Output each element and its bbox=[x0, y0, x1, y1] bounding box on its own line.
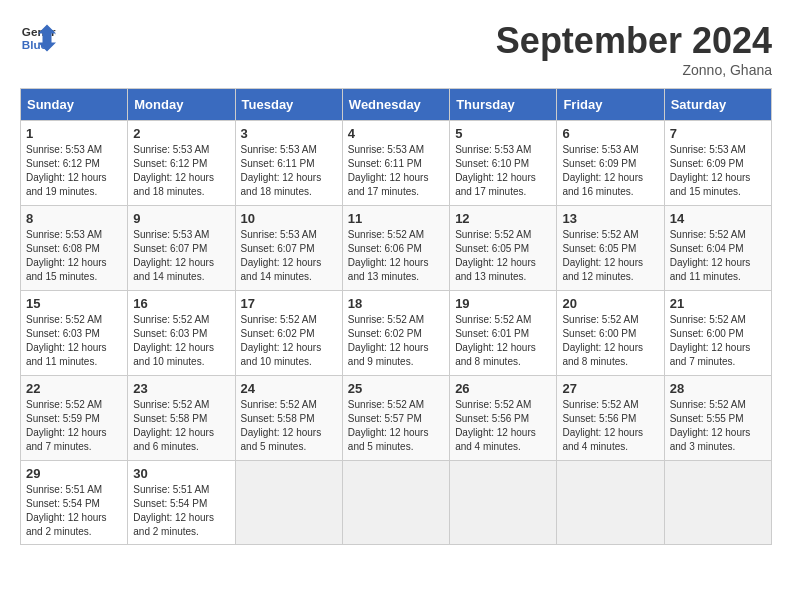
day-number: 1 bbox=[26, 126, 122, 141]
calendar-day-cell: 29Sunrise: 5:51 AMSunset: 5:54 PMDayligh… bbox=[21, 461, 128, 545]
sunrise-text: Sunrise: 5:52 AM bbox=[562, 228, 658, 242]
day-number: 20 bbox=[562, 296, 658, 311]
calendar-day-cell: 14Sunrise: 5:52 AMSunset: 6:04 PMDayligh… bbox=[664, 206, 771, 291]
calendar-day-cell: 10Sunrise: 5:53 AMSunset: 6:07 PMDayligh… bbox=[235, 206, 342, 291]
calendar-day-cell: 20Sunrise: 5:52 AMSunset: 6:00 PMDayligh… bbox=[557, 291, 664, 376]
sunset-text: Sunset: 6:04 PM bbox=[670, 242, 766, 256]
daylight-text: Daylight: 12 hours and 11 minutes. bbox=[670, 256, 766, 284]
daylight-text: Daylight: 12 hours and 7 minutes. bbox=[670, 341, 766, 369]
sunset-text: Sunset: 5:56 PM bbox=[562, 412, 658, 426]
daylight-text: Daylight: 12 hours and 19 minutes. bbox=[26, 171, 122, 199]
weekday-header: Saturday bbox=[664, 89, 771, 121]
daylight-text: Daylight: 12 hours and 4 minutes. bbox=[562, 426, 658, 454]
sunset-text: Sunset: 6:00 PM bbox=[562, 327, 658, 341]
sunset-text: Sunset: 5:56 PM bbox=[455, 412, 551, 426]
daylight-text: Daylight: 12 hours and 18 minutes. bbox=[241, 171, 337, 199]
calendar-day-cell: 19Sunrise: 5:52 AMSunset: 6:01 PMDayligh… bbox=[450, 291, 557, 376]
daylight-text: Daylight: 12 hours and 10 minutes. bbox=[241, 341, 337, 369]
calendar-week-row: 15Sunrise: 5:52 AMSunset: 6:03 PMDayligh… bbox=[21, 291, 772, 376]
sunrise-text: Sunrise: 5:51 AM bbox=[133, 483, 229, 497]
weekday-header: Sunday bbox=[21, 89, 128, 121]
sunrise-text: Sunrise: 5:53 AM bbox=[348, 143, 444, 157]
sunrise-text: Sunrise: 5:53 AM bbox=[670, 143, 766, 157]
day-number: 24 bbox=[241, 381, 337, 396]
calendar-week-row: 22Sunrise: 5:52 AMSunset: 5:59 PMDayligh… bbox=[21, 376, 772, 461]
title-section: September 2024 Zonno, Ghana bbox=[496, 20, 772, 78]
calendar-day-cell: 26Sunrise: 5:52 AMSunset: 5:56 PMDayligh… bbox=[450, 376, 557, 461]
calendar-day-cell: 1Sunrise: 5:53 AMSunset: 6:12 PMDaylight… bbox=[21, 121, 128, 206]
sunset-text: Sunset: 5:59 PM bbox=[26, 412, 122, 426]
sunrise-text: Sunrise: 5:52 AM bbox=[26, 313, 122, 327]
sunrise-text: Sunrise: 5:51 AM bbox=[26, 483, 122, 497]
sunset-text: Sunset: 6:06 PM bbox=[348, 242, 444, 256]
day-number: 19 bbox=[455, 296, 551, 311]
daylight-text: Daylight: 12 hours and 17 minutes. bbox=[455, 171, 551, 199]
location: Zonno, Ghana bbox=[496, 62, 772, 78]
calendar-week-row: 1Sunrise: 5:53 AMSunset: 6:12 PMDaylight… bbox=[21, 121, 772, 206]
day-number: 26 bbox=[455, 381, 551, 396]
sunrise-text: Sunrise: 5:52 AM bbox=[670, 228, 766, 242]
daylight-text: Daylight: 12 hours and 13 minutes. bbox=[455, 256, 551, 284]
calendar-day-cell: 15Sunrise: 5:52 AMSunset: 6:03 PMDayligh… bbox=[21, 291, 128, 376]
calendar-table: SundayMondayTuesdayWednesdayThursdayFrid… bbox=[20, 88, 772, 545]
daylight-text: Daylight: 12 hours and 15 minutes. bbox=[670, 171, 766, 199]
sunset-text: Sunset: 5:58 PM bbox=[241, 412, 337, 426]
sunset-text: Sunset: 6:07 PM bbox=[133, 242, 229, 256]
sunrise-text: Sunrise: 5:53 AM bbox=[133, 228, 229, 242]
day-number: 30 bbox=[133, 466, 229, 481]
sunrise-text: Sunrise: 5:52 AM bbox=[26, 398, 122, 412]
day-number: 18 bbox=[348, 296, 444, 311]
calendar-day-cell: 3Sunrise: 5:53 AMSunset: 6:11 PMDaylight… bbox=[235, 121, 342, 206]
sunrise-text: Sunrise: 5:52 AM bbox=[133, 398, 229, 412]
calendar-day-cell: 9Sunrise: 5:53 AMSunset: 6:07 PMDaylight… bbox=[128, 206, 235, 291]
daylight-text: Daylight: 12 hours and 6 minutes. bbox=[133, 426, 229, 454]
daylight-text: Daylight: 12 hours and 2 minutes. bbox=[26, 511, 122, 539]
sunset-text: Sunset: 6:03 PM bbox=[26, 327, 122, 341]
sunset-text: Sunset: 5:55 PM bbox=[670, 412, 766, 426]
calendar-day-cell: 23Sunrise: 5:52 AMSunset: 5:58 PMDayligh… bbox=[128, 376, 235, 461]
day-number: 8 bbox=[26, 211, 122, 226]
day-number: 5 bbox=[455, 126, 551, 141]
sunset-text: Sunset: 5:54 PM bbox=[26, 497, 122, 511]
sunset-text: Sunset: 6:09 PM bbox=[562, 157, 658, 171]
day-number: 21 bbox=[670, 296, 766, 311]
day-number: 23 bbox=[133, 381, 229, 396]
weekday-header: Friday bbox=[557, 89, 664, 121]
daylight-text: Daylight: 12 hours and 7 minutes. bbox=[26, 426, 122, 454]
weekday-header: Monday bbox=[128, 89, 235, 121]
calendar-week-row: 29Sunrise: 5:51 AMSunset: 5:54 PMDayligh… bbox=[21, 461, 772, 545]
daylight-text: Daylight: 12 hours and 8 minutes. bbox=[455, 341, 551, 369]
calendar-day-cell: 28Sunrise: 5:52 AMSunset: 5:55 PMDayligh… bbox=[664, 376, 771, 461]
day-number: 4 bbox=[348, 126, 444, 141]
day-number: 22 bbox=[26, 381, 122, 396]
sunset-text: Sunset: 5:57 PM bbox=[348, 412, 444, 426]
daylight-text: Daylight: 12 hours and 14 minutes. bbox=[133, 256, 229, 284]
calendar-day-cell: 7Sunrise: 5:53 AMSunset: 6:09 PMDaylight… bbox=[664, 121, 771, 206]
calendar-day-cell: 11Sunrise: 5:52 AMSunset: 6:06 PMDayligh… bbox=[342, 206, 449, 291]
sunrise-text: Sunrise: 5:52 AM bbox=[348, 398, 444, 412]
sunrise-text: Sunrise: 5:53 AM bbox=[562, 143, 658, 157]
sunset-text: Sunset: 6:02 PM bbox=[241, 327, 337, 341]
day-number: 2 bbox=[133, 126, 229, 141]
daylight-text: Daylight: 12 hours and 11 minutes. bbox=[26, 341, 122, 369]
sunrise-text: Sunrise: 5:52 AM bbox=[455, 228, 551, 242]
daylight-text: Daylight: 12 hours and 10 minutes. bbox=[133, 341, 229, 369]
daylight-text: Daylight: 12 hours and 14 minutes. bbox=[241, 256, 337, 284]
calendar-day-cell: 8Sunrise: 5:53 AMSunset: 6:08 PMDaylight… bbox=[21, 206, 128, 291]
weekday-header: Tuesday bbox=[235, 89, 342, 121]
sunrise-text: Sunrise: 5:53 AM bbox=[26, 228, 122, 242]
logo: General Blue bbox=[20, 20, 56, 56]
sunset-text: Sunset: 6:00 PM bbox=[670, 327, 766, 341]
day-number: 6 bbox=[562, 126, 658, 141]
day-number: 17 bbox=[241, 296, 337, 311]
sunrise-text: Sunrise: 5:52 AM bbox=[670, 398, 766, 412]
calendar-day-cell: 5Sunrise: 5:53 AMSunset: 6:10 PMDaylight… bbox=[450, 121, 557, 206]
day-number: 14 bbox=[670, 211, 766, 226]
calendar-day-cell: 12Sunrise: 5:52 AMSunset: 6:05 PMDayligh… bbox=[450, 206, 557, 291]
daylight-text: Daylight: 12 hours and 12 minutes. bbox=[562, 256, 658, 284]
sunrise-text: Sunrise: 5:52 AM bbox=[562, 313, 658, 327]
month-title: September 2024 bbox=[496, 20, 772, 62]
day-number: 12 bbox=[455, 211, 551, 226]
sunset-text: Sunset: 6:10 PM bbox=[455, 157, 551, 171]
daylight-text: Daylight: 12 hours and 4 minutes. bbox=[455, 426, 551, 454]
